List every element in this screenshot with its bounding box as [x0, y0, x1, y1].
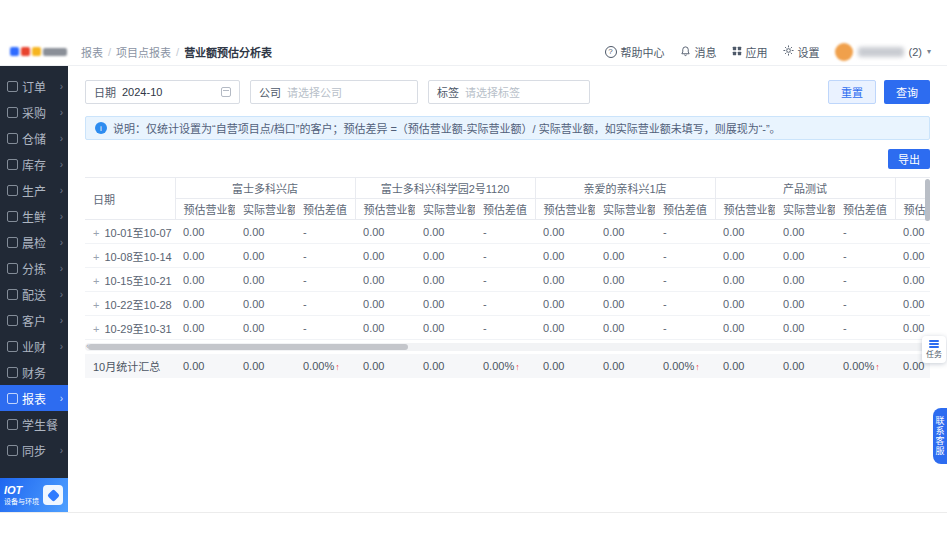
sidebar-item-学生餐[interactable]: 学生餐: [0, 411, 68, 437]
avatar: [835, 43, 853, 61]
cell-value: 0.00: [355, 268, 415, 292]
cell-value: -: [475, 244, 535, 268]
expand-row-icon[interactable]: +: [93, 251, 99, 263]
horizontal-scrollbar[interactable]: ‹ ›: [85, 343, 930, 351]
notice-text: 说明：仅统计设置为“自营项目点/档口”的客户；预估差异 =（预估营业额-实际营业…: [113, 120, 781, 136]
sidebar-item-财务[interactable]: 财务: [0, 359, 68, 385]
chevron-right-icon: ›: [60, 81, 63, 92]
cell-value: 0.00: [595, 268, 655, 292]
menu-icon: [7, 107, 18, 118]
up-arrow-icon: ↑: [875, 362, 880, 372]
column-subheader: 预估差值: [835, 199, 895, 220]
period-cell: +10-29至10-31: [85, 316, 175, 340]
menu-icon: [7, 263, 18, 274]
tasks-icon: [929, 340, 939, 348]
period-label: 10-22至10-28: [104, 299, 171, 311]
menu-icon: [7, 393, 18, 404]
messages-button[interactable]: 消息: [680, 44, 717, 60]
app-logo: [10, 47, 67, 56]
horizontal-scrollbar-thumb[interactable]: [88, 344, 408, 350]
cell-value: 0.00: [715, 220, 775, 244]
export-button[interactable]: 导出: [888, 149, 930, 169]
cell-value: 0.00: [235, 268, 295, 292]
cell-value: -: [295, 316, 355, 340]
sidebar-item-业财[interactable]: 业财›: [0, 333, 68, 359]
sidebar-item-订单[interactable]: 订单›: [0, 73, 68, 99]
breadcrumb-item[interactable]: 报表: [81, 44, 103, 60]
filter-bar: 日期 2024-10 公司 请选择公司 标签 请选择标签 重置 查询: [85, 80, 930, 104]
reset-button[interactable]: 重置: [828, 80, 876, 104]
company-filter[interactable]: 公司 请选择公司: [250, 80, 418, 104]
apps-button[interactable]: 应用: [732, 44, 768, 60]
cell-value: 0.00: [415, 220, 475, 244]
cell-value: 0.00: [775, 244, 835, 268]
cell-value: 0.00: [355, 244, 415, 268]
cell-value: -: [835, 316, 895, 340]
chevron-right-icon: ›: [60, 263, 63, 274]
table-row: +10-29至10-310.000.00-0.000.00-0.000.00-0…: [85, 316, 930, 340]
cell-value: -: [295, 292, 355, 316]
sidebar-item-仓储[interactable]: 仓储›: [0, 125, 68, 151]
table-head: 日期富士多科兴店富士多科兴科学园2号1120亲爱的亲科兴1店产品测试预估营业额实…: [85, 178, 930, 220]
tasks-float-button[interactable]: 任务: [922, 336, 946, 363]
cell-value: -: [295, 244, 355, 268]
breadcrumb: 报表/项目点报表/营业额预估分析表: [81, 44, 272, 60]
column-subheader: 实际营业额: [595, 199, 655, 220]
page: { "breadcrumb": { "separator": "/", "ite…: [0, 0, 947, 546]
sidebar-item-同步[interactable]: 同步›: [0, 437, 68, 463]
cell-value: -: [655, 244, 715, 268]
sidebar-item-配送[interactable]: 配送›: [0, 281, 68, 307]
cell-value: 0.00: [415, 316, 475, 340]
up-arrow-icon: ↑: [695, 362, 700, 372]
expand-row-icon[interactable]: +: [93, 299, 99, 311]
vertical-scrollbar-thumb[interactable]: [925, 179, 930, 221]
sidebar-item-生鲜[interactable]: 生鲜›: [0, 203, 68, 229]
messages-label: 消息: [695, 44, 717, 60]
sidebar-item-分拣[interactable]: 分拣›: [0, 255, 68, 281]
period-label: 10-01至10-07: [104, 227, 171, 239]
cell-value: 0.00: [175, 316, 235, 340]
user-name-redacted: [858, 47, 904, 57]
cell-value: -: [655, 316, 715, 340]
search-button[interactable]: 查询: [884, 80, 930, 104]
tag-filter-label: 标签: [437, 84, 459, 100]
sidebar-item-晨检[interactable]: 晨检›: [0, 229, 68, 255]
breadcrumb-item[interactable]: 项目点报表: [116, 44, 171, 60]
menu-icon: [7, 289, 18, 300]
company-filter-label: 公司: [259, 84, 281, 100]
sidebar-item-客户[interactable]: 客户›: [0, 307, 68, 333]
summary-value: 0.00: [595, 354, 655, 378]
period-cell: +10-15至10-21: [85, 268, 175, 292]
summary-diff-value: 0.00%↑: [295, 354, 355, 378]
cell-value-clipped: 0.00: [895, 220, 930, 244]
menu-icon: [7, 237, 18, 248]
period-label: 10-08至10-14: [104, 251, 171, 263]
chevron-right-icon: ›: [60, 159, 63, 170]
cell-value-clipped: 0.00: [895, 268, 930, 292]
sidebar-item-报表[interactable]: 报表›: [0, 385, 68, 411]
help-icon: ?: [605, 46, 617, 58]
contact-service-button[interactable]: 联系客服: [933, 408, 947, 464]
sidebar-item-生产[interactable]: 生产›: [0, 177, 68, 203]
user-menu[interactable]: (2) ▾: [835, 43, 931, 61]
sidebar-item-库存[interactable]: 库存›: [0, 151, 68, 177]
expand-row-icon[interactable]: +: [93, 323, 99, 335]
up-arrow-icon: ↑: [335, 362, 340, 372]
table-row: +10-22至10-280.000.00-0.000.00-0.000.00-0…: [85, 292, 930, 316]
expand-row-icon[interactable]: +: [93, 275, 99, 287]
date-filter[interactable]: 日期 2024-10: [85, 80, 240, 104]
cell-value: -: [835, 220, 895, 244]
sidebar-item-采购[interactable]: 采购›: [0, 99, 68, 125]
menu-icon: [7, 445, 18, 456]
settings-button[interactable]: 设置: [783, 44, 820, 60]
expand-row-icon[interactable]: +: [93, 227, 99, 239]
cell-value: 0.00: [235, 220, 295, 244]
iot-widget[interactable]: IOT 设备与环境: [0, 478, 68, 512]
help-center-button[interactable]: ? 帮助中心: [605, 44, 665, 60]
breadcrumb-separator: /: [176, 46, 179, 58]
sidebar-item-label: 库存: [22, 156, 56, 173]
column-group-header: 产品测试: [715, 178, 895, 199]
tag-filter-placeholder: 请选择标签: [465, 84, 520, 100]
cell-value: 0.00: [535, 244, 595, 268]
tag-filter[interactable]: 标签 请选择标签: [428, 80, 590, 104]
